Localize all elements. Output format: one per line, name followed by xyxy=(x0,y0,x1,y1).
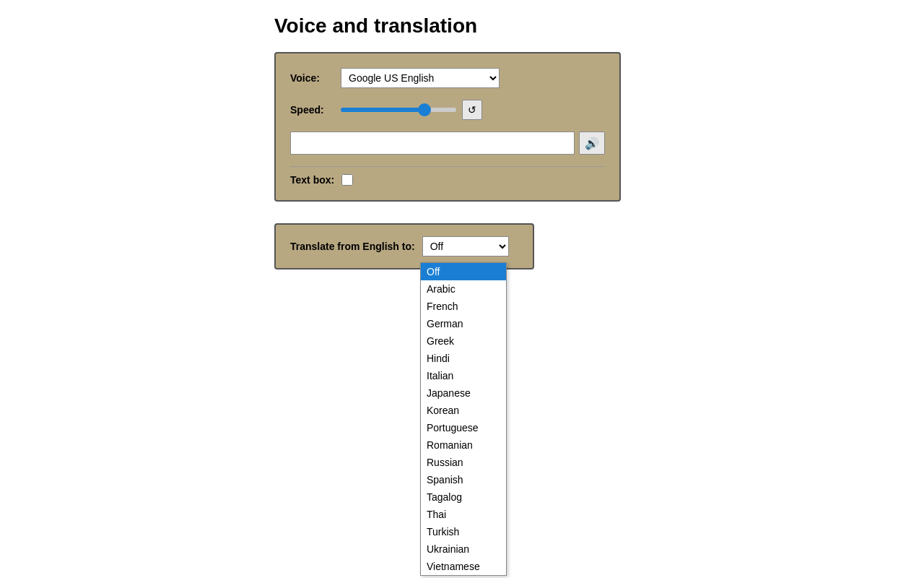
dropdown-item-greek[interactable]: Greek xyxy=(421,332,506,350)
dropdown-item-off[interactable]: Off xyxy=(421,263,506,280)
text-input-row: 🔊 xyxy=(290,131,605,155)
speaker-icon: 🔊 xyxy=(585,137,599,150)
voice-panel: Voice: Google US English Speed: ↺ 🔊 Text… xyxy=(274,52,621,202)
dropdown-item-korean[interactable]: Korean xyxy=(421,402,506,419)
language-dropdown-list: Off Arabic French German Greek Hindi Ita… xyxy=(420,262,507,576)
dropdown-item-italian[interactable]: Italian xyxy=(421,367,506,384)
page-title: Voice and translation xyxy=(274,14,650,38)
dropdown-item-spanish[interactable]: Spanish xyxy=(421,471,506,488)
speed-reset-button[interactable]: ↺ xyxy=(462,100,482,120)
textbox-checkbox[interactable] xyxy=(341,174,353,186)
dropdown-item-portuguese[interactable]: Portuguese xyxy=(421,419,506,436)
divider xyxy=(290,166,605,167)
speed-label: Speed: xyxy=(290,104,334,116)
voice-label: Voice: xyxy=(290,72,334,84)
voice-row: Voice: Google US English xyxy=(290,68,605,88)
textbox-row: Text box: xyxy=(290,174,605,186)
dropdown-item-thai[interactable]: Thai xyxy=(421,506,506,523)
dropdown-item-tagalog[interactable]: Tagalog xyxy=(421,488,506,506)
tts-text-input[interactable] xyxy=(290,131,575,155)
translate-row: Translate from English to: Off xyxy=(290,236,518,256)
speak-button[interactable]: 🔊 xyxy=(579,131,605,155)
dropdown-item-german[interactable]: German xyxy=(421,315,506,332)
dropdown-item-ukrainian[interactable]: Ukrainian xyxy=(421,540,506,558)
dropdown-item-turkish[interactable]: Turkish xyxy=(421,523,506,540)
textbox-label: Text box: xyxy=(290,174,334,186)
translate-panel: Translate from English to: Off Off Arabi… xyxy=(274,223,534,269)
dropdown-item-russian[interactable]: Russian xyxy=(421,454,506,471)
speed-row: Speed: ↺ xyxy=(290,100,605,120)
dropdown-item-arabic[interactable]: Arabic xyxy=(421,280,506,298)
translate-select[interactable]: Off xyxy=(422,236,509,256)
voice-select[interactable]: Google US English xyxy=(341,68,500,88)
dropdown-item-french[interactable]: French xyxy=(421,298,506,315)
dropdown-item-romanian[interactable]: Romanian xyxy=(421,436,506,454)
dropdown-item-hindi[interactable]: Hindi xyxy=(421,350,506,367)
dropdown-item-japanese[interactable]: Japanese xyxy=(421,384,506,402)
translate-label: Translate from English to: xyxy=(290,241,415,252)
dropdown-item-vietnamese[interactable]: Vietnamese xyxy=(421,558,506,575)
speed-slider[interactable] xyxy=(341,108,456,112)
